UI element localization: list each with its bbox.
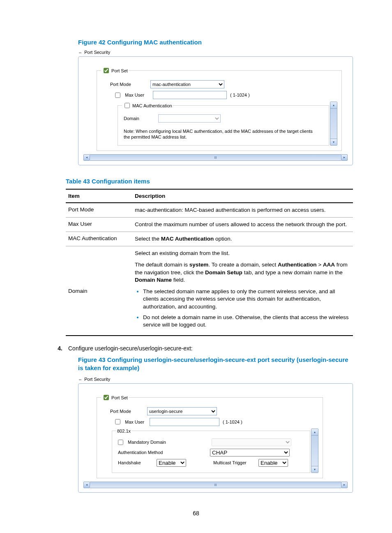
fieldset-mac-authentication: MAC Authentication Domain Note: When con…	[118, 102, 329, 146]
max-user-hint-2: ( 1-1024 )	[223, 419, 242, 424]
mac-auth-note: Note: When configuring local MAC authent…	[122, 125, 325, 142]
table-43: Item Description Port Mode mac-authentic…	[66, 189, 353, 336]
8021x-legend: 802.1x	[117, 429, 131, 433]
mandatory-domain-select[interactable]	[212, 438, 291, 446]
max-user-checkbox[interactable]	[115, 93, 120, 98]
max-user-input[interactable]	[153, 91, 227, 99]
port-mode-label: Port Mode	[101, 82, 147, 87]
port-set-legend-2: Port Set	[111, 395, 128, 400]
max-user-input-2[interactable]	[150, 418, 219, 426]
scroll-up-icon-2[interactable]: ▴	[311, 429, 318, 436]
mac-auth-checkbox[interactable]	[125, 103, 130, 108]
figure-43-caption: Figure 43 Configuring userlogin-secure/u…	[78, 356, 353, 373]
scroll-up-icon[interactable]: ▴	[330, 102, 337, 109]
table-row: Domain Select an existing domain from th…	[66, 246, 353, 336]
port-set-checkbox[interactable]	[104, 68, 109, 73]
col-description: Description	[132, 189, 353, 203]
handshake-select[interactable]: Enable	[157, 459, 186, 467]
max-user-checkbox-2[interactable]	[115, 419, 120, 424]
port-set-legend: Port Set	[111, 68, 128, 73]
port-set-checkbox-2[interactable]	[104, 395, 109, 400]
scroll-down-icon[interactable]: ▾	[330, 139, 337, 145]
vertical-scrollbar-2[interactable]: ▴ ▾	[311, 429, 318, 473]
col-item: Item	[66, 189, 132, 203]
multicast-trigger-label: Multicast Trigger	[213, 460, 255, 465]
fieldset-port-set: Port Set Port Mode mac-authentication Ma…	[97, 67, 342, 151]
scroll-left-icon-2[interactable]: ◂	[83, 482, 90, 488]
port-mode-label-2: Port Mode	[101, 409, 144, 414]
vertical-scrollbar[interactable]: ▴ ▾	[330, 102, 337, 146]
scroll-right-icon-2[interactable]: ▸	[341, 482, 348, 488]
fieldset-port-set-2: Port Set Port Mode userlogin-secure Max …	[97, 394, 323, 478]
auth-method-select[interactable]: CHAP	[210, 449, 290, 457]
table-row: MAC Authentication Select the MAC Authen…	[66, 232, 353, 246]
max-user-label: Max User	[125, 93, 150, 97]
horizontal-scrollbar[interactable]: ◂ ▸	[83, 154, 348, 161]
table-43-caption: Table 43 Configuration items	[66, 178, 353, 185]
scroll-right-icon[interactable]: ▸	[341, 154, 348, 161]
port-mode-select[interactable]: mac-authentication	[150, 80, 224, 88]
mandatory-domain-checkbox[interactable]	[118, 440, 123, 445]
max-user-label-2: Max User	[125, 419, 146, 424]
mandatory-domain-label: Mandatory Domain	[128, 440, 208, 445]
figure-43-screenshot: Port Security Port Set Port Mode userlog…	[66, 377, 353, 493]
tree-node-port-security: Port Security	[79, 50, 353, 55]
step-4: 4. Configure userlogin-secure/userlogin-…	[53, 345, 353, 352]
figure-42-screenshot: Port Security Port Set Port Mode mac-aut…	[66, 50, 353, 165]
port-mode-select-2[interactable]: userlogin-secure	[147, 407, 217, 415]
scroll-down-icon-2[interactable]: ▾	[311, 466, 318, 473]
auth-method-label: Authentication Method	[116, 450, 207, 455]
mac-auth-legend: MAC Authentication	[132, 103, 172, 108]
horizontal-scrollbar-2[interactable]: ◂ ▸	[83, 482, 348, 488]
handshake-label: Handshake	[116, 460, 153, 465]
scroll-left-icon[interactable]: ◂	[83, 154, 90, 161]
domain-label: Domain	[122, 116, 155, 121]
tree-node-port-security-2: Port Security	[79, 377, 353, 382]
table-row: Port Mode mac-authentication: MAC-based …	[66, 203, 353, 218]
multicast-trigger-select[interactable]: Enable	[258, 459, 288, 467]
fieldset-8021x: 802.1x Mandatory Domain Authentication M…	[112, 429, 310, 473]
domain-select[interactable]	[158, 114, 221, 123]
figure-42-caption: Figure 42 Configuring MAC authentication	[78, 39, 353, 46]
max-user-hint: ( 1-1024 )	[230, 93, 250, 97]
table-row: Max User Control the maximum number of u…	[66, 217, 353, 232]
page-number: 68	[0, 510, 392, 517]
